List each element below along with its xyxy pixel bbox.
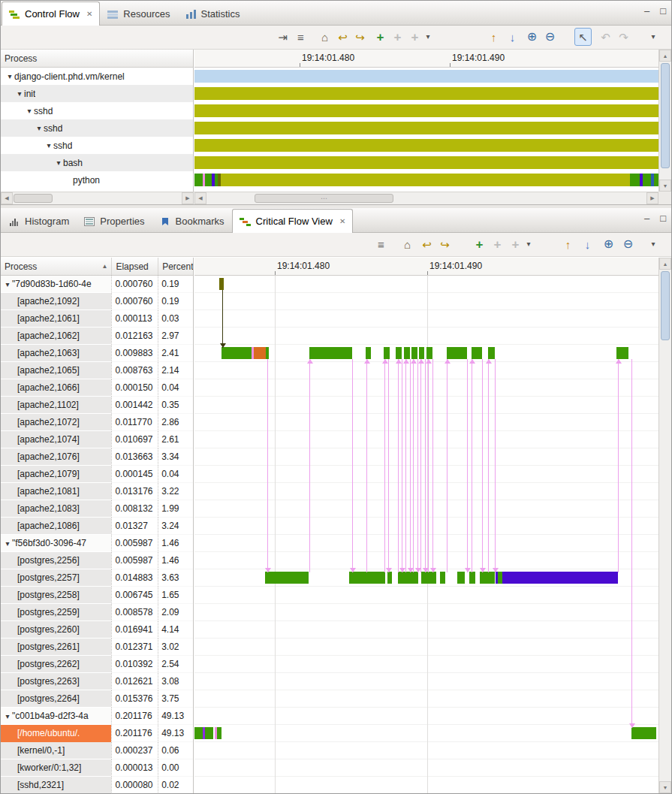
table-row[interactable]: [apache2,1086]0.013273.24 xyxy=(1,518,193,535)
maximize-icon[interactable]: □ xyxy=(660,6,666,16)
process-cell[interactable]: [apache2,1066] xyxy=(1,379,111,397)
home-icon[interactable]: ⌂ xyxy=(399,235,416,253)
table-row[interactable]: [sshd,2321]0.0000800.02 xyxy=(1,777,193,793)
table-row[interactable]: [postgres,2257]0.0148833.63 xyxy=(1,569,193,587)
expand-arrow-icon[interactable]: ▾ xyxy=(5,72,14,80)
table-row[interactable]: [apache2,1074]0.0106972.61 xyxy=(1,431,193,448)
table-row[interactable]: [apache2,1072]0.0117702.86 xyxy=(1,414,193,431)
process-cell[interactable]: [apache2,1076] xyxy=(1,448,111,466)
tab-properties[interactable]: Properties xyxy=(77,210,152,232)
scroll-thumb[interactable]: ⋯ xyxy=(255,194,393,203)
process-cell[interactable]: [postgres,2258] xyxy=(1,587,111,604)
add-process-icon[interactable]: + xyxy=(471,235,488,253)
expand-arrow-icon[interactable]: ▾ xyxy=(3,280,12,288)
process-cell[interactable]: [apache2,1063] xyxy=(1,345,111,362)
tree-row[interactable]: ▾sshd xyxy=(1,102,193,119)
process-cell[interactable]: [apache2,1065] xyxy=(1,362,111,379)
table-row[interactable]: [postgres,2261]0.0123713.02 xyxy=(1,639,193,656)
table-row[interactable]: [postgres,2260]0.0169414.14 xyxy=(1,621,193,639)
tree-horizontal-scrollbar[interactable]: ◀ ▶ xyxy=(1,192,194,204)
table-row[interactable]: ▾"c001b4a9-d2f3-4a0.20117649.13 xyxy=(1,708,193,725)
previous-event-icon[interactable]: ↑ xyxy=(559,235,577,253)
process-cell[interactable]: [postgres,2262] xyxy=(1,656,111,673)
gantt-row[interactable] xyxy=(194,102,660,119)
table-row[interactable]: [postgres,2256]0.0059871.46 xyxy=(1,552,193,569)
scroll-thumb[interactable] xyxy=(661,271,670,340)
follow-state-back-icon[interactable]: ↩ xyxy=(418,235,435,253)
expand-arrow-icon[interactable]: ▾ xyxy=(25,107,34,115)
process-cell[interactable]: [postgres,2256] xyxy=(1,552,111,569)
process-cell[interactable]: [apache2,1081] xyxy=(1,483,111,500)
expand-arrow-icon[interactable]: ▾ xyxy=(3,539,12,548)
gantt-row[interactable] xyxy=(194,171,660,189)
tab-resources[interactable]: Resources xyxy=(100,2,177,25)
process-cell[interactable]: [apache2,1083] xyxy=(1,500,111,518)
scroll-left-icon[interactable]: ◀ xyxy=(1,192,13,204)
show-legend-icon[interactable]: ≡ xyxy=(372,235,390,253)
zoom-in-icon[interactable]: ⊕ xyxy=(600,235,617,253)
process-cell[interactable]: [postgres,2261] xyxy=(1,639,111,656)
home-icon[interactable]: ⌂ xyxy=(316,28,333,46)
process-cell[interactable]: [kworker/0:1,32] xyxy=(1,759,111,777)
process-cell[interactable]: [sshd,2321] xyxy=(1,777,111,793)
scroll-right-icon[interactable]: ▶ xyxy=(182,192,194,204)
expand-arrow-icon[interactable]: ▾ xyxy=(3,712,12,720)
table-row[interactable]: [kernel/0,-1]0.0002370.06 xyxy=(1,742,193,759)
process-column-header[interactable]: Process ▲ xyxy=(1,258,111,275)
next-event-icon[interactable]: ↓ xyxy=(579,235,596,253)
control-flow-chart[interactable] xyxy=(194,68,660,192)
tree-row[interactable]: ▾init xyxy=(1,85,193,102)
gantt-row[interactable] xyxy=(194,68,660,85)
maximize-icon[interactable]: □ xyxy=(660,213,666,223)
view-menu-icon[interactable]: ▾ xyxy=(648,235,658,253)
scroll-up-icon[interactable]: ▲ xyxy=(659,50,671,62)
show-legend-icon[interactable]: ≡ xyxy=(292,28,309,46)
process-cell[interactable]: [postgres,2264] xyxy=(1,690,111,708)
scroll-thumb[interactable] xyxy=(14,194,53,203)
top-vertical-scrollbar[interactable]: ▲ ▼ xyxy=(658,50,671,192)
process-cell[interactable]: [apache2,1061] xyxy=(1,310,111,328)
follow-state-back-icon[interactable]: ↩ xyxy=(334,28,351,46)
tree-row[interactable]: ▾sshd xyxy=(1,137,193,154)
hide-arrows-icon[interactable]: ↖ xyxy=(574,28,592,46)
tab-control-flow[interactable]: Control Flow ✕ xyxy=(2,2,100,26)
elapsed-column-header[interactable]: Elapsed xyxy=(111,258,158,275)
table-row[interactable]: [postgres,2264]0.0153763.75 xyxy=(1,690,193,708)
follow-state-forward-icon[interactable]: ↪ xyxy=(436,235,454,253)
table-row[interactable]: [apache2,1065]0.0087632.14 xyxy=(1,362,193,379)
process-cell[interactable]: [apache2,1079] xyxy=(1,466,111,483)
align-views-icon[interactable]: ⇥ xyxy=(274,28,291,46)
expand-arrow-icon[interactable]: ▾ xyxy=(54,158,63,167)
process-column-header[interactable]: Process xyxy=(1,50,193,68)
clear-process-icon[interactable]: + xyxy=(406,28,423,46)
scroll-down-icon[interactable]: ▼ xyxy=(659,180,671,192)
table-row[interactable]: [kworker/0:1,32]0.0000130.00 xyxy=(1,759,193,777)
table-row[interactable]: [apache2,1079]0.0001450.04 xyxy=(1,466,193,483)
tree-row[interactable]: ▾bash xyxy=(1,154,193,171)
process-cell[interactable]: ▾"7d90d83b-1d60-4e xyxy=(1,276,111,293)
add-process-icon[interactable]: + xyxy=(372,28,389,46)
tab-critical-flow-view[interactable]: Critical Flow View ✕ xyxy=(232,209,354,233)
table-row[interactable]: [apache2,1066]0.0001500.04 xyxy=(1,379,193,397)
remove-process-icon[interactable]: + xyxy=(389,28,406,46)
minimize-icon[interactable]: – xyxy=(644,6,649,16)
zoom-in-icon[interactable]: ⊕ xyxy=(523,28,541,46)
process-cell[interactable]: ▾"c001b4a9-d2f3-4a xyxy=(1,708,111,725)
top-time-axis[interactable]: 19:14:01.48019:14:01.490 xyxy=(194,50,660,68)
table-row[interactable]: [apache2,1062]0.0121632.97 xyxy=(1,328,193,345)
expand-arrow-icon[interactable]: ▾ xyxy=(35,124,44,132)
process-cell[interactable]: [postgres,2260] xyxy=(1,621,111,639)
percent-column-header[interactable]: Percent xyxy=(158,258,193,275)
table-row[interactable]: [postgres,2262]0.0103922.54 xyxy=(1,656,193,673)
follow-state-forward-icon[interactable]: ↪ xyxy=(351,28,369,46)
critical-path-chart[interactable] xyxy=(194,276,660,793)
process-cell[interactable]: [postgres,2257] xyxy=(1,569,111,587)
process-cell[interactable]: [postgres,2263] xyxy=(1,673,111,690)
process-cell[interactable]: [apache2,1086] xyxy=(1,518,111,535)
table-row[interactable]: [apache2,1076]0.0136633.34 xyxy=(1,448,193,466)
minimize-icon[interactable]: – xyxy=(644,213,649,223)
gantt-row[interactable] xyxy=(194,85,660,102)
tree-row[interactable]: ▾django-client.phd.vm/kernel xyxy=(1,68,193,85)
remove-process-icon[interactable]: + xyxy=(489,235,506,253)
process-cell[interactable]: [apache2,1102] xyxy=(1,397,111,414)
